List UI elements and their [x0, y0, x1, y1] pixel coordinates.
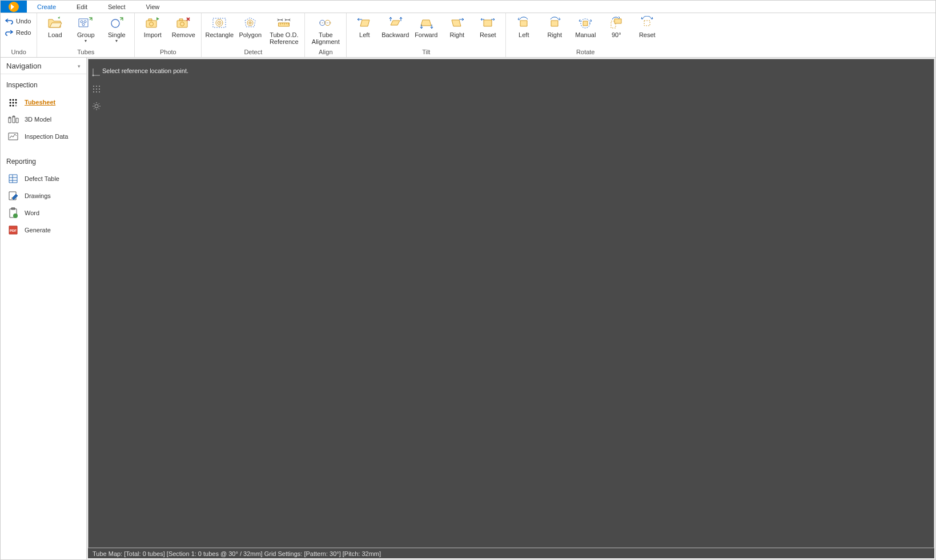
- ribbon-group-tilt: Left Backward Forward Right Reset: [347, 13, 506, 57]
- remove-button[interactable]: Remove: [168, 15, 199, 38]
- app-root: Create Edit Select View Undo Redo U: [0, 0, 936, 560]
- svg-point-3: [82, 23, 85, 26]
- tube-od-ref-button[interactable]: Tube O.D. Reference: [266, 15, 302, 45]
- ribbon-group-align: Tube Alignment Align: [305, 13, 347, 57]
- svg-rect-43: [9, 133, 18, 140]
- sidebar-item-label: Drawings: [25, 192, 51, 199]
- rotate-reset-icon: [640, 15, 654, 30]
- polygon-button[interactable]: Polygon: [235, 15, 266, 38]
- menu-edit[interactable]: Edit: [66, 1, 98, 13]
- gear-tool-icon[interactable]: [92, 102, 101, 111]
- group-button[interactable]: Group: [70, 15, 101, 43]
- sidebar-item-inspection-data[interactable]: Inspection Data: [1, 128, 86, 145]
- menu-select[interactable]: Select: [98, 1, 136, 13]
- tilt-left-button[interactable]: Left: [349, 15, 380, 38]
- load-button[interactable]: Load: [39, 15, 70, 38]
- camera-remove-icon: [176, 15, 191, 30]
- sidebar-item-generate[interactable]: PDF Generate: [1, 221, 86, 239]
- ribbon-group-align-label: Align: [307, 47, 344, 57]
- tilt-forward-button[interactable]: Forward: [411, 15, 441, 38]
- rotate-manual-label: Manual: [575, 31, 596, 38]
- app-logo[interactable]: [1, 1, 27, 13]
- rotate-90-button[interactable]: 90°: [601, 15, 632, 38]
- redo-icon: [5, 29, 13, 37]
- origin-tool-icon[interactable]: [92, 67, 101, 76]
- tilt-right-label: Right: [449, 31, 464, 38]
- section-inspection: Inspection: [1, 74, 86, 91]
- tilt-backward-button[interactable]: Backward: [380, 15, 411, 38]
- sidebar-item-drawings[interactable]: Drawings: [1, 187, 86, 204]
- tube-alignment-button[interactable]: Tube Alignment: [307, 15, 344, 45]
- tilt-reset-button[interactable]: Reset: [472, 15, 503, 38]
- ribbon-group-detect: Rectangle Polygon Tube O.D. Reference De…: [202, 13, 305, 57]
- rotate-right-button[interactable]: Right: [539, 15, 570, 38]
- svg-rect-18: [279, 23, 290, 26]
- ribbon-group-photo: Import Remove Photo: [135, 13, 202, 57]
- rectangle-button[interactable]: Rectangle: [204, 15, 235, 38]
- svg-point-59: [96, 91, 97, 92]
- ribbon: Undo Redo Undo Load Group: [1, 13, 935, 58]
- dropdown-caret-icon: [85, 38, 87, 43]
- redo-button[interactable]: Redo: [5, 29, 31, 37]
- svg-point-17: [250, 22, 251, 23]
- tube-alignment-label: Tube Alignment: [307, 31, 344, 45]
- sidebar-item-defect-table[interactable]: Defect Table: [1, 170, 86, 187]
- import-label: Import: [144, 31, 162, 38]
- sidebar-item-word[interactable]: Word: [1, 204, 86, 221]
- undo-label: Undo: [16, 18, 31, 25]
- svg-point-57: [99, 88, 100, 90]
- canvas[interactable]: Select reference location point.: [88, 59, 934, 548]
- menu-create[interactable]: Create: [27, 1, 66, 13]
- svg-point-32: [10, 102, 11, 104]
- import-button[interactable]: Import: [137, 15, 168, 38]
- ribbon-group-undo: Undo Redo Undo: [1, 13, 37, 57]
- chart-line-icon: [7, 131, 19, 142]
- rotate-left-label: Left: [519, 31, 529, 38]
- tilt-right-icon: [449, 15, 464, 30]
- rotate-manual-button[interactable]: Manual: [570, 15, 601, 38]
- svg-rect-44: [9, 175, 17, 183]
- tilt-reset-label: Reset: [480, 31, 496, 38]
- remove-label: Remove: [172, 31, 195, 38]
- menu-view[interactable]: View: [136, 1, 170, 13]
- load-label: Load: [48, 31, 62, 38]
- target-polygon-icon: [243, 15, 258, 30]
- rotate-right-icon: [547, 15, 562, 30]
- sidebar-item-label: Generate: [25, 227, 51, 233]
- main-area: Navigation ▾ Inspection Tubesheet 3D Mod…: [1, 58, 935, 559]
- svg-point-55: [93, 88, 94, 90]
- sidebar-item-label: Defect Table: [25, 175, 59, 182]
- tilt-left-label: Left: [359, 31, 369, 38]
- app-logo-icon: [9, 2, 19, 12]
- svg-point-54: [99, 86, 100, 87]
- tilt-backward-label: Backward: [381, 31, 409, 38]
- ribbon-group-tilt-label: Tilt: [349, 47, 503, 57]
- dropdown-caret-icon: [115, 38, 118, 43]
- single-button[interactable]: Single: [101, 15, 132, 43]
- sidebar-item-tubesheet[interactable]: Tubesheet: [1, 94, 86, 111]
- svg-rect-22: [520, 21, 527, 26]
- grid-tool-icon[interactable]: [92, 84, 101, 94]
- svg-rect-8: [177, 21, 187, 27]
- tilt-right-button[interactable]: Right: [441, 15, 472, 38]
- svg-rect-28: [644, 21, 650, 26]
- sidebar-item-3dmodel[interactable]: 3D Model: [1, 111, 86, 128]
- rotate-90-icon: [609, 15, 624, 30]
- rotate-left-button[interactable]: Left: [508, 15, 539, 38]
- svg-rect-10: [179, 19, 183, 21]
- reset-icon: [480, 15, 495, 30]
- rotate-right-label: Right: [547, 31, 562, 38]
- canvas-toolbar: [92, 67, 101, 111]
- single-label: Single: [108, 31, 126, 38]
- svg-point-30: [13, 99, 14, 101]
- svg-point-31: [15, 99, 17, 101]
- ribbon-group-photo-label: Photo: [137, 47, 199, 57]
- pdf-icon: PDF: [7, 225, 19, 235]
- undo-button[interactable]: Undo: [5, 17, 31, 25]
- polygon-label: Polygon: [239, 31, 262, 38]
- tubesheet-icon: [7, 97, 19, 107]
- navigation-sidebar: Navigation ▾ Inspection Tubesheet 3D Mod…: [1, 58, 87, 559]
- rotate-reset-button[interactable]: Reset: [632, 15, 662, 38]
- pin-icon[interactable]: ▾: [78, 63, 81, 69]
- rotate-left-icon: [516, 15, 531, 30]
